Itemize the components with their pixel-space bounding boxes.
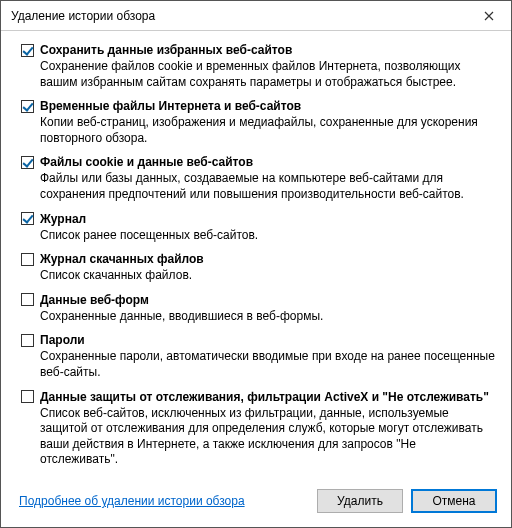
checkbox-download-history[interactable]	[21, 253, 34, 266]
checkbox-form-data[interactable]	[21, 293, 34, 306]
dialog-window: Удаление истории обзора Сохранить данные…	[0, 0, 512, 528]
checkbox-temp-files[interactable]	[21, 100, 34, 113]
dialog-title: Удаление истории обзора	[11, 9, 466, 23]
option-download-history: Журнал скачанных файлов Список скачанных…	[21, 252, 495, 284]
option-desc: Сохранение файлов cookie и временных фай…	[40, 59, 495, 90]
option-label[interactable]: Журнал скачанных файлов	[40, 252, 204, 266]
option-form-data: Данные веб-форм Сохраненные данные, ввод…	[21, 293, 495, 325]
option-desc: Сохраненные данные, вводившиеся в веб-фо…	[40, 309, 495, 325]
option-desc: Список веб-сайтов, исключенных из фильтр…	[40, 406, 495, 468]
checkbox-history[interactable]	[21, 212, 34, 225]
option-desc: Сохраненные пароли, автоматически вводим…	[40, 349, 495, 380]
close-icon	[484, 7, 494, 25]
close-button[interactable]	[466, 1, 511, 31]
checkbox-cookies[interactable]	[21, 156, 34, 169]
checkbox-passwords[interactable]	[21, 334, 34, 347]
checkbox-tracking-protection[interactable]	[21, 390, 34, 403]
option-label[interactable]: Журнал	[40, 212, 86, 226]
option-temp-files: Временные файлы Интернета и веб-сайтов К…	[21, 99, 495, 146]
option-passwords: Пароли Сохраненные пароли, автоматически…	[21, 333, 495, 380]
option-label[interactable]: Файлы cookie и данные веб-сайтов	[40, 155, 253, 169]
option-label[interactable]: Пароли	[40, 333, 85, 347]
dialog-footer: Подробнее об удалении истории обзора Уда…	[1, 481, 511, 527]
cancel-button[interactable]: Отмена	[411, 489, 497, 513]
titlebar: Удаление истории обзора	[1, 1, 511, 31]
option-label[interactable]: Данные защиты от отслеживания, фильтраци…	[40, 390, 489, 404]
checkbox-preserve-favorites[interactable]	[21, 44, 34, 57]
learn-more-link[interactable]: Подробнее об удалении истории обзора	[19, 494, 309, 508]
option-desc: Список ранее посещенных веб-сайтов.	[40, 228, 495, 244]
option-cookies: Файлы cookie и данные веб-сайтов Файлы и…	[21, 155, 495, 202]
option-desc: Копии веб-страниц, изображения и медиафа…	[40, 115, 495, 146]
option-label[interactable]: Временные файлы Интернета и веб-сайтов	[40, 99, 301, 113]
option-preserve-favorites: Сохранить данные избранных веб-сайтов Со…	[21, 43, 495, 90]
option-history: Журнал Список ранее посещенных веб-сайто…	[21, 212, 495, 244]
option-label[interactable]: Сохранить данные избранных веб-сайтов	[40, 43, 292, 57]
option-label[interactable]: Данные веб-форм	[40, 293, 149, 307]
option-desc: Список скачанных файлов.	[40, 268, 495, 284]
delete-button[interactable]: Удалить	[317, 489, 403, 513]
dialog-content: Сохранить данные избранных веб-сайтов Со…	[1, 31, 511, 481]
option-tracking-protection: Данные защиты от отслеживания, фильтраци…	[21, 390, 495, 468]
option-desc: Файлы или базы данных, создаваемые на ко…	[40, 171, 495, 202]
